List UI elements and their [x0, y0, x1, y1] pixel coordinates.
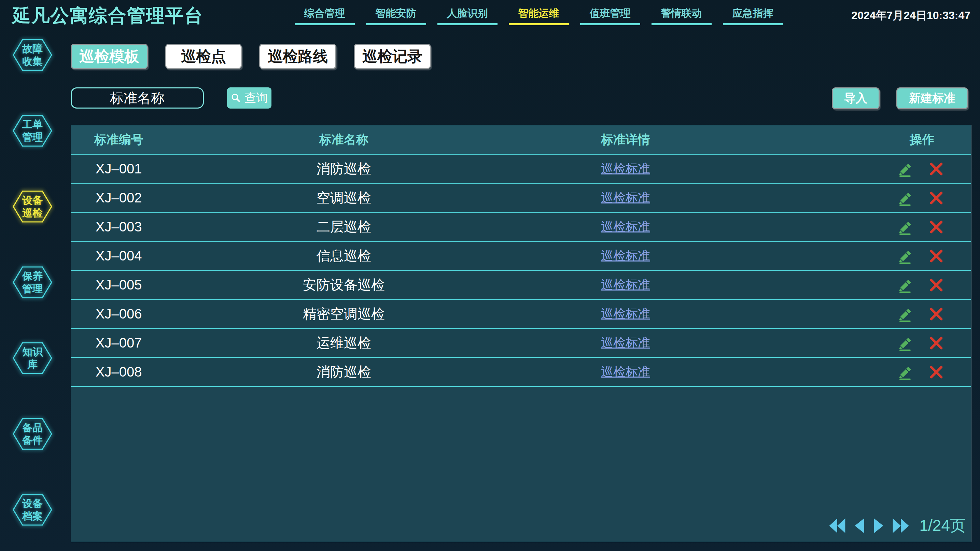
table-row: XJ–006 精密空调巡检 巡检标准 — [71, 299, 971, 328]
table-row: XJ–003 二层巡检 巡检标准 — [71, 212, 971, 241]
datetime-display: 2024年7月24日10:33:47 — [851, 8, 970, 23]
table-body: XJ–001 消防巡检 巡检标准 — [71, 154, 971, 387]
standard-name-input[interactable] — [71, 87, 204, 108]
page-title: 延凡公寓综合管理平台 — [12, 3, 204, 29]
search-row: 查询 导入 新建标准 — [0, 87, 980, 109]
edit-icon[interactable] — [898, 335, 913, 351]
table-row: XJ–008 消防巡检 巡检标准 — [71, 357, 971, 387]
nav-tab-label: 应急指挥 — [732, 6, 773, 21]
table-panel: 标准编号 标准名称 标准详情 操作 XJ–001 消防巡检 巡检标准 — [71, 125, 972, 542]
cell-standard-name: 消防巡检 — [166, 155, 521, 183]
sidebar-item-label: 设备 档案 — [12, 493, 53, 526]
create-standard-button[interactable]: 新建标准 — [896, 87, 968, 109]
delete-icon[interactable] — [928, 364, 944, 380]
sidebar-item-label: 设备 巡检 — [12, 190, 53, 223]
module-tab-button[interactable]: 巡检记录 — [354, 44, 431, 69]
module-tab-button[interactable]: 巡检路线 — [259, 44, 336, 69]
nav-tab-underline — [295, 23, 355, 25]
sidebar-item-label: 保养 管理 — [12, 265, 53, 299]
nav-tab[interactable]: 值班管理 — [574, 0, 646, 32]
cell-standard-name: 精密空调巡检 — [166, 300, 521, 328]
edit-icon[interactable] — [898, 248, 913, 264]
sidebar-item-label: 备品 备件 — [12, 417, 53, 451]
table-row: XJ–005 安防设备巡检 巡检标准 — [71, 270, 971, 299]
sidebar-hex-item[interactable]: 设备 巡检 — [12, 190, 53, 223]
table-header: 标准编号 标准名称 标准详情 操作 — [71, 125, 971, 154]
table-row: XJ–002 空调巡检 巡检标准 — [71, 183, 971, 212]
cell-standard-name: 消防巡检 — [166, 358, 521, 386]
main-nav: 综合管理 智能安防 人脸识别 智能运维 — [289, 0, 788, 32]
inspection-standard-link[interactable]: 巡检标准 — [601, 248, 650, 264]
nav-tab-underline — [580, 23, 640, 25]
cell-standard-id: XJ–005 — [71, 271, 166, 299]
table-row: XJ–004 信息巡检 巡检标准 — [71, 241, 971, 270]
edit-icon[interactable] — [898, 306, 913, 322]
fast-backward-icon[interactable] — [828, 516, 847, 535]
module-tab-button[interactable]: 巡检模板 — [71, 44, 148, 69]
cell-standard-id: XJ–001 — [71, 155, 166, 183]
edit-icon[interactable] — [898, 277, 913, 293]
sidebar-hex-item[interactable]: 设备 档案 — [12, 493, 53, 526]
delete-icon[interactable] — [928, 335, 944, 351]
module-tab-button[interactable]: 巡检点 — [165, 44, 242, 69]
delete-icon[interactable] — [928, 306, 944, 322]
top-bar: 延凡公寓综合管理平台 综合管理 智能安防 人脸识别 智能运维 — [0, 0, 980, 32]
edit-icon[interactable] — [898, 219, 913, 235]
nav-tab-underline — [723, 23, 783, 25]
inspection-standard-link[interactable]: 巡检标准 — [601, 219, 650, 235]
cell-standard-name: 安防设备巡检 — [166, 271, 521, 299]
inspection-standard-link[interactable]: 巡检标准 — [601, 364, 650, 380]
delete-icon[interactable] — [928, 161, 944, 177]
col-header-actions: 操作 — [730, 125, 971, 154]
sidebar: 故障 收集 工单 管理 设备 巡检 — [0, 32, 65, 551]
delete-icon[interactable] — [928, 248, 944, 264]
cell-standard-id: XJ–007 — [71, 329, 166, 357]
sidebar-hex-item[interactable]: 保养 管理 — [12, 265, 53, 299]
delete-icon[interactable] — [928, 219, 944, 235]
inspection-standard-link[interactable]: 巡检标准 — [601, 189, 650, 206]
query-button[interactable]: 查询 — [227, 87, 272, 108]
sidebar-hex-item[interactable]: 知识 库 — [12, 341, 53, 375]
magnifier-icon — [231, 93, 241, 103]
sidebar-hex-item[interactable]: 故障 收集 — [12, 38, 53, 72]
next-page-icon[interactable] — [872, 516, 886, 535]
edit-icon[interactable] — [898, 190, 913, 206]
nav-tab[interactable]: 智能安防 — [360, 0, 432, 32]
app-root: 延凡公寓综合管理平台 综合管理 智能安防 人脸识别 智能运维 — [0, 0, 980, 551]
table-row: XJ–007 运维巡检 巡检标准 — [71, 328, 971, 357]
sidebar-hex-item[interactable]: 备品 备件 — [12, 417, 53, 451]
delete-icon[interactable] — [928, 277, 944, 293]
inspection-standard-link[interactable]: 巡检标准 — [601, 306, 650, 322]
import-button[interactable]: 导入 — [832, 87, 880, 109]
nav-tab-label: 智能安防 — [375, 6, 417, 21]
nav-tab-underline — [366, 23, 426, 25]
nav-tab[interactable]: 人脸识别 — [432, 0, 503, 32]
col-header-standard-name: 标准名称 — [166, 125, 521, 154]
nav-tab-label: 智能运维 — [518, 6, 559, 21]
cell-standard-name: 运维巡检 — [166, 329, 521, 357]
pagination: 1/24页 — [828, 515, 966, 536]
sidebar-hex-item[interactable]: 工单 管理 — [12, 114, 53, 148]
delete-icon[interactable] — [928, 190, 944, 206]
nav-tab[interactable]: 应急指挥 — [717, 0, 788, 32]
prev-page-icon[interactable] — [852, 516, 867, 535]
inspection-standard-link[interactable]: 巡检标准 — [601, 160, 650, 177]
cell-standard-name: 空调巡检 — [166, 184, 521, 212]
cell-standard-id: XJ–004 — [71, 242, 166, 270]
col-header-standard-id: 标准编号 — [71, 125, 166, 154]
cell-standard-name: 信息巡检 — [166, 242, 521, 270]
module-tabbar: 巡检模板 巡检点 巡检路线 巡检记录 — [71, 44, 431, 69]
edit-icon[interactable] — [898, 364, 913, 380]
edit-icon[interactable] — [898, 161, 913, 177]
table-row: XJ–001 消防巡检 巡检标准 — [71, 154, 971, 183]
nav-tab[interactable]: 综合管理 — [289, 0, 360, 32]
nav-tab-underline — [438, 23, 498, 25]
fast-forward-icon[interactable] — [891, 516, 910, 535]
inspection-standard-link[interactable]: 巡检标准 — [601, 335, 650, 351]
nav-tab-label: 人脸识别 — [447, 6, 488, 21]
nav-tab-underline — [652, 23, 712, 25]
nav-tab[interactable]: 警情联动 — [646, 0, 717, 32]
nav-tab-underline — [509, 23, 569, 25]
nav-tab[interactable]: 智能运维 — [503, 0, 574, 32]
inspection-standard-link[interactable]: 巡检标准 — [601, 276, 650, 293]
